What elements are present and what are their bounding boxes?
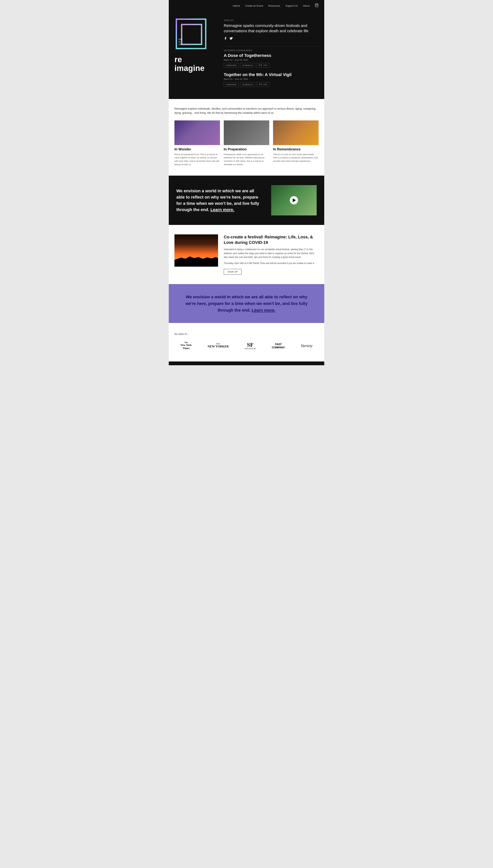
purple-banner-learn-more-link[interactable]: Learn more. <box>252 308 276 312</box>
event-1-title: A Dose of Togetherness <box>224 53 319 58</box>
nav-support-us[interactable]: Support Us <box>285 4 298 7</box>
card-preparation-desc: Preparing for death is an opportunity to… <box>224 153 269 166</box>
card-wonder-title: In Wonder <box>174 147 220 151</box>
vision-text: We envision a world in which we are all … <box>176 188 263 213</box>
event-1-overview-btn[interactable]: OVERVIEW <box>224 63 238 68</box>
signup-button[interactable]: SIGN UP <box>224 269 241 275</box>
nav-resources[interactable]: Resources <box>268 4 280 7</box>
facebook-icon[interactable] <box>224 37 227 41</box>
hero-logo-area: End of Life reimagine <box>174 17 216 91</box>
vision-section: We envision a world in which we are all … <box>169 176 324 225</box>
silhouettes-overlay <box>174 255 218 267</box>
card-wonder: In Wonder We've all experienced loss. Th… <box>174 121 220 166</box>
festival-image <box>174 234 218 267</box>
event-2-title: Together on the 9th: A Virtual Vigil <box>224 72 319 77</box>
nav-create-event[interactable]: Create an Event <box>245 4 263 7</box>
purple-banner-text: We envision a world in which we are all … <box>180 294 313 314</box>
join-label: JOIN US: <box>224 19 319 21</box>
card-wonder-desc: We've all experienced loss. This is a ch… <box>174 153 220 166</box>
play-button[interactable] <box>290 196 298 204</box>
nyt-logo: The New York Times <box>180 341 192 350</box>
hero-content: JOIN US: Reimagine sparks community-driv… <box>224 17 319 91</box>
sfchronicle-logo: SF Chronicle <box>244 342 256 349</box>
festival-section: Co-create a festival! Reimagine: Life, L… <box>169 225 324 284</box>
logo-container: End of Life <box>174 17 211 53</box>
card-remembrance: In Remembrance There's so much we don't … <box>273 121 319 166</box>
card-wonder-image <box>174 121 220 145</box>
page-wrapper: Attend Create an Event Resources Support… <box>169 0 324 365</box>
twitter-icon[interactable] <box>230 37 233 41</box>
hero-section: End of Life reimagine JOIN US: Reimagine… <box>169 12 324 99</box>
card-remembrance-image <box>273 121 319 145</box>
event-1-schedule-btn[interactable]: SCHEDULE <box>240 63 255 68</box>
festival-title: Co-create a festival! Reimagine: Life, L… <box>224 234 319 245</box>
cart-icon[interactable] <box>315 3 319 8</box>
festival-content: Co-create a festival! Reimagine: Life, L… <box>224 234 319 275</box>
card-preparation: In Preparation Preparing for death is an… <box>224 121 269 166</box>
variety-logo: Variety <box>301 343 313 348</box>
event-1-date: March 23 – June 30, 2020 <box>224 59 319 61</box>
mission-text: Reimagine inspires individuals, families… <box>174 107 319 115</box>
nav-about[interactable]: About <box>303 4 309 7</box>
play-triangle-icon <box>293 198 296 202</box>
svg-rect-2 <box>181 24 201 44</box>
svg-text:End: End <box>179 38 183 40</box>
card-preparation-image <box>224 121 269 145</box>
press-section: As seen in... The New York Times THE NEW… <box>169 323 324 362</box>
event-2-overview-btn[interactable]: OVERVIEW <box>224 82 238 87</box>
social-icons-row <box>224 37 319 41</box>
press-logos-row: The New York Times THE NEW YORKER SF Chr… <box>174 341 319 350</box>
event-1-lang-btn[interactable]: 中文 | ES <box>257 63 269 68</box>
footer <box>169 362 324 365</box>
navigation: Attend Create an Event Resources Support… <box>169 0 324 12</box>
card-preparation-title: In Preparation <box>224 147 269 151</box>
upcoming-label: UPCOMING EXPERIENCES: <box>224 46 319 51</box>
newyorker-logo: THE NEW YORKER <box>208 343 229 348</box>
card-remembrance-title: In Remembrance <box>273 147 319 151</box>
logo-reimagine-text: reimagine <box>174 55 216 73</box>
card-remembrance-desc: There's so much we don't know about deat… <box>273 153 319 163</box>
purple-banner-section: We envision a world in which we are all … <box>169 284 324 323</box>
event-1-buttons: OVERVIEW SCHEDULE 中文 | ES <box>224 63 319 68</box>
svg-text:of: of <box>179 41 180 43</box>
fastcompany-logo: FAST COMPANY <box>272 343 285 349</box>
cards-row: In Wonder We've all experienced loss. Th… <box>174 121 319 166</box>
festival-description: Interested in being a collaborator for o… <box>224 247 319 259</box>
festival-date-info: Thursday, April 16th at 9 AM Pacific Tim… <box>224 262 319 265</box>
svg-text:Life: Life <box>179 43 182 45</box>
event-2-schedule-btn[interactable]: SCHEDULE <box>240 82 255 87</box>
nav-attend[interactable]: Attend <box>233 4 240 7</box>
event-2-buttons: OVERVIEW SCHEDULE 中文 | ES <box>224 82 319 87</box>
vision-learn-more-link[interactable]: Learn more. <box>211 207 234 212</box>
vision-video-thumbnail[interactable] <box>271 185 317 215</box>
event-2-date: March 23 – June 30, 2020 <box>224 78 319 80</box>
press-label: As seen in... <box>174 332 319 335</box>
event-2-lang-btn[interactable]: 中文 | ES <box>257 82 269 87</box>
hero-tagline: Reimagine sparks community-driven festiv… <box>224 23 319 34</box>
mission-section: Reimagine inspires individuals, families… <box>169 99 324 176</box>
